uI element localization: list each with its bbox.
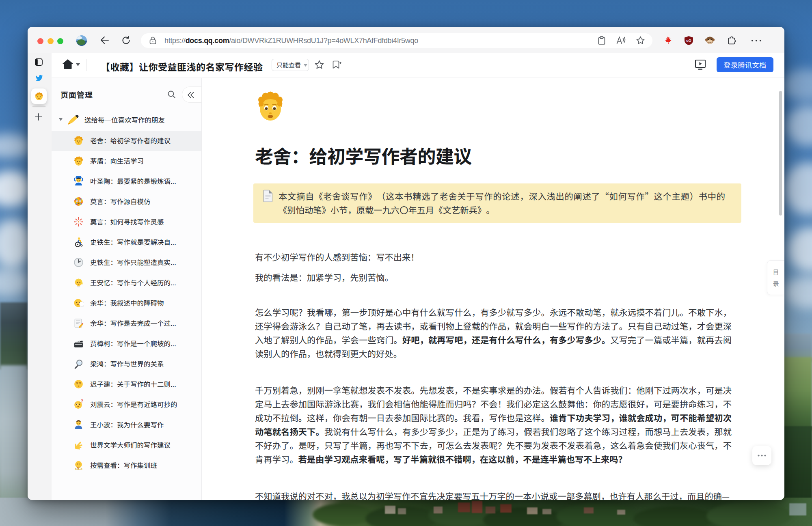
svg-text:uO: uO (686, 39, 691, 43)
svg-text:?: ? (81, 399, 83, 403)
svg-text:牛: 牛 (77, 467, 79, 470)
